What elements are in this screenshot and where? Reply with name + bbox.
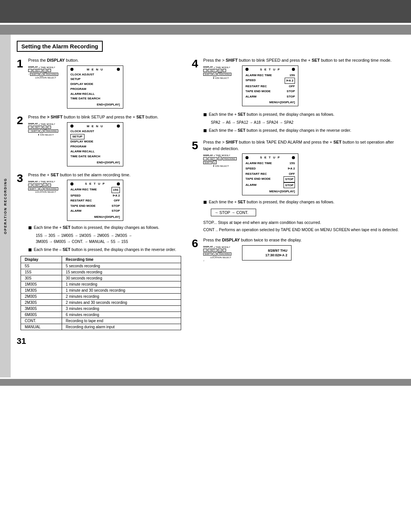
step-3-block: 3 Press the + SET button to set the alar… xyxy=(17,172,184,221)
step-1-block: 1 Press the DISPLAY button. DISPLAY ↙TIM… xyxy=(17,57,184,109)
page-number: 31 xyxy=(17,336,26,346)
sidebar-text-recording: RECORDING xyxy=(3,178,7,206)
table-row: 1M30S1 minute and 30 seconds recording xyxy=(21,288,181,294)
vcr-diagram-2: DISPLAY ↙TIME MODE↗ ○ ○SET○ ∧ ○ xyxy=(28,122,63,136)
table-header-recording: Recording time xyxy=(62,256,181,263)
table-row: CONT.Recording to tape end xyxy=(21,318,181,324)
time-screen-6: 8/28/97 THU 17:30:02⊳A 2 xyxy=(242,245,292,260)
stop-cont-box: → STOP → CONT. xyxy=(211,209,256,216)
step-2-number: 2 xyxy=(17,115,25,126)
sidebar-text-operation: OPERATION xyxy=(3,207,7,234)
sub-banner xyxy=(0,25,411,35)
setup-screen-4: S E T U P ALARM REC TIME 15S S xyxy=(242,66,298,107)
vcr-diagram-5: DISPLAY ↙TIME MODE↗ ○ ○SET○ ∧ TRACKING xyxy=(203,153,238,167)
section-title: Setting the Alarm Recording xyxy=(17,41,103,52)
note-step4-1: ■ Each time the + SET button is pressed,… xyxy=(203,112,403,118)
cont-desc: CONT .. Performs an operation selected b… xyxy=(203,227,403,233)
step-1-number: 1 xyxy=(17,58,25,69)
table-row: 6M00S6 minutes recording xyxy=(21,312,181,318)
step-6-number: 6 xyxy=(192,238,200,249)
note-step4-2: ■ Each time the – SET button is pressed,… xyxy=(203,128,403,134)
table-row: 3M00S3 minutes recording xyxy=(21,306,181,312)
table-row: 2M00S2 minutes recording xyxy=(21,294,181,300)
menu-screen-1: M E N U CLOCK ADJUST SETUP DISPLAY MODE … xyxy=(67,66,123,109)
step-4-text: Press the > SHIFT button to blink SPEED … xyxy=(203,57,403,64)
note-step3-2: ■ Each time the – SET button is pressed,… xyxy=(28,247,184,253)
step-2-block: 2 Press the > SHIFT button to blink SETU… xyxy=(17,114,184,166)
vcr-diagram-4: DISPLAY ↙TIME MODE↗ ○ ○SET○ ∧ ○ xyxy=(203,66,238,79)
step-6-text: Press the DISPLAY button twice to erase … xyxy=(203,237,403,243)
table-row: 1M00S1 minute recording xyxy=(21,281,181,288)
step4-sequence: SPA2 → A6 → SPA12 → A18 → SPA24 → SPA2 xyxy=(211,120,403,126)
table-row: 5S5 seconds recording xyxy=(21,263,181,269)
top-banner xyxy=(0,0,411,23)
step-6-block: 6 Press the DISPLAY button twice to eras… xyxy=(192,237,403,262)
table-row: 2M30S2 minutes and 30 seconds recording xyxy=(21,300,181,306)
step3-sequence: 15S → 30S → 1M00S → 1M30S → 2M00S → 2M30… xyxy=(36,233,184,245)
step-5-block: 5 Press the > SHIFT button to blink TAPE… xyxy=(192,139,403,195)
table-row: MANUALRecording during alarm input xyxy=(21,324,181,330)
step-1-text: Press the DISPLAY button. xyxy=(28,57,184,64)
sidebar-recording-operation: RECORDING OPERATION xyxy=(0,35,11,377)
step-3-number: 3 xyxy=(17,173,25,184)
note-step5-1: ■ Each time the + SET button is pressed,… xyxy=(203,199,403,205)
step-3-text: Press the + SET button to set the alarm … xyxy=(28,172,184,178)
setup-screen-5: S E T U P ALARM REC TIME 15S S xyxy=(242,153,298,195)
stop-desc: STOP... Stops at tape end when any alarm… xyxy=(203,219,403,226)
note-step3-1: ■ Each time the + SET button is pressed,… xyxy=(28,225,184,231)
vcr-diagram-1: DISPLAY ↙TIME MODE↗ ○ ○SET○ ∧ ○ xyxy=(28,66,63,79)
table-row: 15S15 seconds recording xyxy=(21,269,181,275)
step-5-number: 5 xyxy=(192,140,200,151)
vcr-diagram-3: DISPLAY ↙TIME MODE↗ ○ ○SET○ ∧ ○ xyxy=(28,180,63,193)
table-row: 30S30 seconds recording xyxy=(21,275,181,281)
step-5-text: Press the > SHIFT button to blink TAPE E… xyxy=(203,139,403,152)
step-4-block: 4 Press the > SHIFT button to blink SPEE… xyxy=(192,57,403,106)
bottom-banner xyxy=(0,379,411,386)
setup-screen-3: S E T U P ALARM REC TIME 15S S xyxy=(67,180,123,221)
menu-screen-2: M E N U CLOCK ADJUST SETUP DISPLAY MODE … xyxy=(67,122,123,166)
step-4-number: 4 xyxy=(192,58,200,69)
recording-table: Display Recording time 5S5 seconds recor… xyxy=(21,256,181,330)
step-2-text: Press the > SHIFT button to blink SETUP … xyxy=(28,114,184,120)
table-header-display: Display xyxy=(21,256,62,263)
vcr-diagram-6: DISPLAY ↙TIME MODE↗ ○ ○SET○ ∧ ○ xyxy=(203,245,238,262)
